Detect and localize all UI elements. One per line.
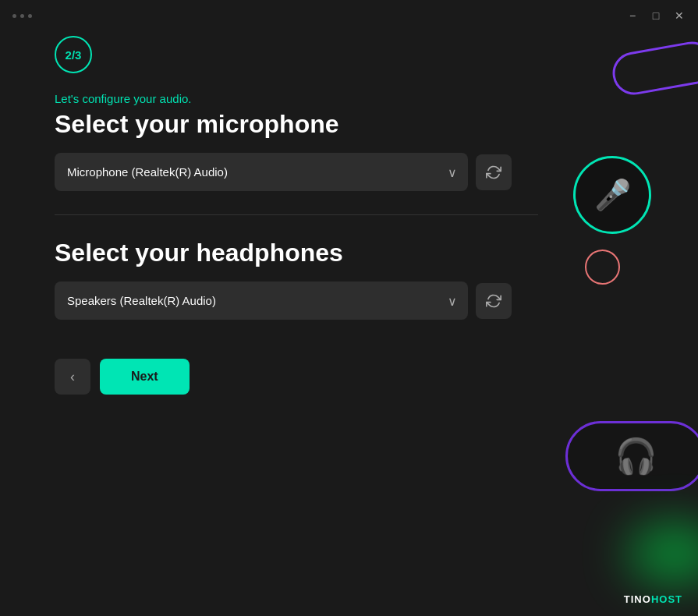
deco-headphone-pill: 🎧 — [565, 421, 698, 491]
microphone-dropdown-row: Microphone (Realtek(R) Audio) Default Mi… — [55, 153, 643, 191]
step-label: 2/3 — [66, 48, 82, 62]
headphones-dropdown-wrapper: Speakers (Realtek(R) Audio) Default Spea… — [55, 281, 468, 320]
back-button[interactable]: ‹ — [55, 359, 90, 395]
nav-buttons: ‹ Next — [55, 359, 643, 395]
headphones-section: Select your headphones Speakers (Realtek… — [55, 239, 643, 320]
titlebar-controls: − □ ✕ — [626, 9, 686, 22]
deco-green-blob — [628, 522, 698, 585]
back-icon: ‹ — [70, 369, 75, 385]
refresh-icon-hp — [486, 293, 501, 309]
headphones-dropdown-row: Speakers (Realtek(R) Audio) Default Spea… — [55, 281, 643, 320]
dot-3 — [28, 14, 32, 18]
microphone-dropdown-wrapper: Microphone (Realtek(R) Audio) Default Mi… — [55, 153, 468, 191]
microphone-refresh-button[interactable] — [476, 154, 512, 190]
headphones-refresh-button[interactable] — [476, 283, 512, 319]
brand-host: HOST — [651, 593, 682, 605]
brand-tino: TINO — [624, 593, 651, 605]
titlebar: − □ ✕ — [0, 0, 698, 28]
microphone-section-title: Select your microphone — [55, 110, 643, 139]
microphone-section: Let's configure your audio. Select your … — [55, 92, 643, 191]
audio-config-label: Let's configure your audio. — [55, 92, 643, 105]
dot-2 — [20, 14, 24, 18]
titlebar-dots — [12, 14, 32, 18]
dot-1 — [12, 14, 16, 18]
next-button[interactable]: Next — [100, 359, 190, 395]
headphones-select[interactable]: Speakers (Realtek(R) Audio) Default Spea… — [55, 281, 468, 320]
close-button[interactable]: ✕ — [673, 9, 686, 22]
tinohost-branding: TINOHOST — [624, 593, 682, 605]
refresh-icon — [486, 165, 501, 180]
microphone-select[interactable]: Microphone (Realtek(R) Audio) Default Mi… — [55, 153, 468, 191]
headphones-section-title: Select your headphones — [55, 239, 643, 267]
maximize-button[interactable]: □ — [650, 9, 662, 22]
main-content: 2/3 Let's configure your audio. Select y… — [0, 28, 698, 395]
step-indicator: 2/3 — [55, 36, 92, 73]
section-divider — [55, 214, 538, 215]
minimize-button[interactable]: − — [626, 9, 639, 22]
deco-headphone-icon: 🎧 — [615, 436, 657, 476]
